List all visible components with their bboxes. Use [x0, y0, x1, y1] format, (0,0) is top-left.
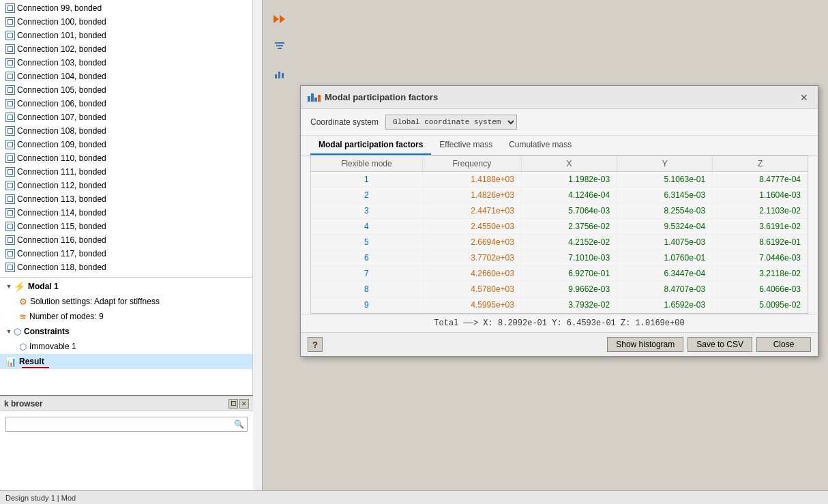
tree-item-label: Connection 110, bonded: [17, 153, 106, 163]
scrollbar[interactable]: [252, 0, 262, 504]
fast-forward-icon: [272, 13, 287, 25]
col-header-z: Z: [713, 156, 808, 172]
list-item[interactable]: Connection 104, bonded: [0, 70, 262, 83]
list-item[interactable]: Connection 112, bonded: [0, 179, 262, 192]
close-dialog-icon-button[interactable]: ✕: [797, 91, 811, 104]
list-item[interactable]: Connection 107, bonded: [0, 110, 262, 124]
svg-rect-0: [275, 42, 284, 44]
table-row[interactable]: 42.4550e+032.3756e-029.5324e-043.6191e-0…: [311, 219, 808, 235]
result-item[interactable]: 📊 Result: [0, 354, 262, 369]
connection-icon: [5, 58, 15, 68]
list-item[interactable]: Connection 113, bonded: [0, 192, 262, 206]
bottom-panel-controls: ⧠ ✕: [228, 399, 249, 409]
modes-icon: ≋: [19, 312, 27, 322]
data-table-container: Flexible mode Frequency X Y Z 11.4188e+0…: [310, 155, 808, 314]
fast-forward-button[interactable]: [267, 7, 292, 31]
close-panel-button[interactable]: ✕: [239, 399, 249, 409]
list-item[interactable]: Connection 108, bonded: [0, 124, 262, 138]
table-row[interactable]: 94.5995e+033.7932e-021.6592e-035.0095e-0…: [311, 297, 808, 313]
footer-right: Show histogram Save to CSV Close: [607, 337, 811, 352]
connection-icon: [5, 208, 15, 218]
search-bar[interactable]: 🔍: [5, 417, 248, 432]
coordinate-select[interactable]: Global coordinate system: [385, 115, 517, 130]
cell-mode: 6: [311, 250, 422, 266]
list-item[interactable]: Connection 114, bonded: [0, 206, 262, 220]
svg-rect-2: [278, 48, 282, 49]
constraints-icon: ⬡: [14, 327, 21, 337]
cell-frequency: 3.7702e+03: [422, 250, 521, 266]
search-icon: 🔍: [234, 419, 244, 429]
cell-y: 9.5324e-04: [617, 219, 713, 235]
table-row[interactable]: 11.4188e+031.1982e-035.1063e-018.4777e-0…: [311, 172, 808, 188]
table-row[interactable]: 63.7702e+037.1010e-031.0760e-017.0446e-0…: [311, 250, 808, 266]
list-item[interactable]: Connection 100, bonded: [0, 15, 262, 29]
list-item[interactable]: Connection 116, bonded: [0, 233, 262, 247]
result-label: Result: [19, 357, 44, 366]
table-row[interactable]: 32.4471e+035.7064e-038.2554e-032.1103e-0…: [311, 203, 808, 219]
constraints-item[interactable]: ▼ ⬡ Constraints: [0, 324, 262, 339]
connection-icon: [5, 194, 15, 204]
expand-icon: ▼: [5, 328, 12, 335]
cell-x: 1.1982e-03: [521, 172, 617, 188]
cell-mode: 4: [311, 219, 422, 235]
list-item[interactable]: Connection 101, bonded: [0, 29, 262, 42]
restore-button[interactable]: ⧠: [228, 399, 238, 409]
list-item[interactable]: Connection 115, bonded: [0, 220, 262, 233]
constraints-label: Constraints: [24, 327, 70, 336]
save-csv-button[interactable]: Save to CSV: [687, 337, 752, 352]
chart-icon: [273, 68, 286, 80]
list-item[interactable]: Connection 106, bonded: [0, 97, 262, 110]
connection-icon: [5, 263, 15, 272]
tab-cumulative-mass[interactable]: Cumulative mass: [501, 136, 580, 155]
cell-y: 1.0760e-01: [617, 250, 713, 266]
list-item[interactable]: Connection 117, bonded: [0, 247, 262, 261]
list-item[interactable]: Connection 99, bonded: [0, 1, 262, 15]
cell-mode: 7: [311, 266, 422, 282]
show-histogram-button[interactable]: Show histogram: [607, 337, 683, 352]
search-input[interactable]: [9, 419, 234, 429]
tree-item-label: Connection 103, bonded: [17, 58, 106, 68]
filter-button[interactable]: [267, 34, 292, 59]
immovable-item[interactable]: ⬡ Immovable 1: [0, 339, 262, 354]
cell-x: 3.7932e-02: [521, 297, 617, 313]
connection-icon: [5, 31, 15, 40]
list-item[interactable]: Connection 105, bonded: [0, 83, 262, 97]
chart-button[interactable]: [267, 61, 292, 86]
cell-z: 2.1103e-02: [713, 203, 808, 219]
immovable-icon: ⬡: [19, 342, 27, 352]
modal1-item[interactable]: ▼ ⚡ Modal 1: [0, 279, 262, 294]
cell-y: 5.1063e-01: [617, 172, 713, 188]
table-row[interactable]: 84.5780e+039.9662e-038.4707e-036.4066e-0…: [311, 282, 808, 297]
close-button[interactable]: Close: [756, 337, 811, 352]
left-panel: Connection 99, bonded Connection 100, bo…: [0, 0, 263, 504]
bottom-panel-title: k browser: [4, 399, 43, 409]
list-item[interactable]: Connection 118, bonded: [0, 261, 262, 274]
modal-title-left: Modal participation factors: [308, 92, 438, 102]
svg-rect-1: [276, 45, 283, 46]
list-item[interactable]: Connection 111, bonded: [0, 165, 262, 179]
number-of-modes-item[interactable]: ≋ Number of modes: 9: [0, 309, 262, 324]
table-row[interactable]: 52.6694e+034.2152e-021.4075e-038.6192e-0…: [311, 235, 808, 250]
tree-item-label: Connection 107, bonded: [17, 113, 106, 122]
solution-settings-item[interactable]: ⚙ Solution settings: Adapt for stiffness: [0, 294, 262, 309]
cell-frequency: 4.5780e+03: [422, 282, 521, 297]
tree-item-label: Connection 102, bonded: [17, 44, 106, 54]
table-row[interactable]: 21.4826e+034.1246e-046.3145e-031.1604e-0…: [311, 188, 808, 203]
list-item[interactable]: Connection 110, bonded: [0, 151, 262, 165]
connection-icon: [5, 72, 15, 81]
cell-frequency: 4.2660e+03: [422, 266, 521, 282]
toolbar-strip: [263, 0, 297, 504]
list-item[interactable]: Connection 109, bonded: [0, 138, 262, 151]
tab-effective-mass[interactable]: Effective mass: [431, 136, 501, 155]
connection-icon: [5, 222, 15, 231]
table-row[interactable]: 74.2660e+036.9270e-016.3447e-043.2118e-0…: [311, 266, 808, 282]
help-button[interactable]: ?: [308, 337, 323, 352]
list-item[interactable]: Connection 102, bonded: [0, 42, 262, 56]
tree-item-label: Connection 113, bonded: [17, 194, 106, 204]
modal1-icon: ⚡: [14, 281, 25, 292]
cell-mode: 8: [311, 282, 422, 297]
cell-z: 1.1604e-03: [713, 188, 808, 203]
list-item[interactable]: Connection 103, bonded: [0, 56, 262, 70]
tree-item-label: Connection 112, bonded: [17, 181, 106, 190]
tab-modal-participation-factors[interactable]: Modal participation factors: [310, 136, 431, 155]
